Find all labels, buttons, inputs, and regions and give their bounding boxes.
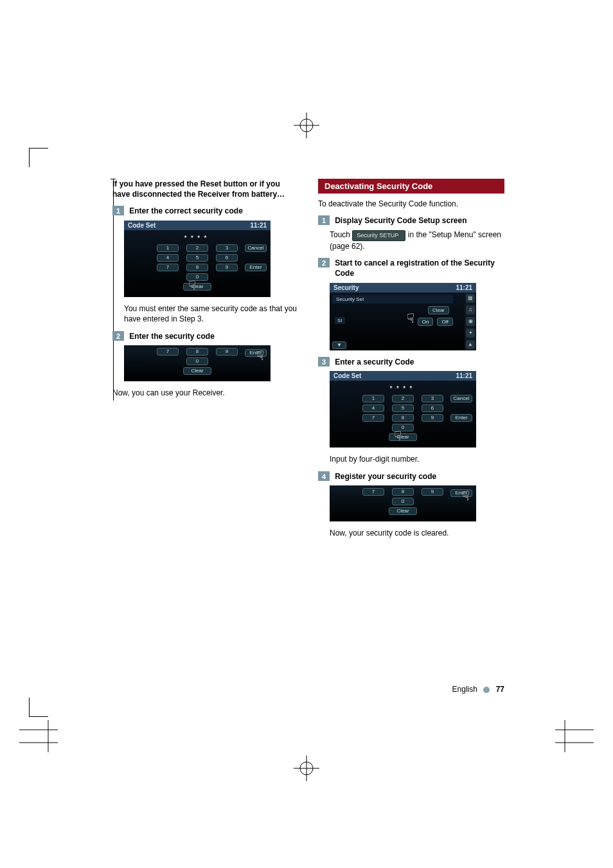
- step-title: Enter a security Code: [335, 357, 414, 367]
- key-9[interactable]: 9: [216, 264, 238, 271]
- sidebar-icon[interactable]: ✦: [466, 329, 475, 338]
- key-5[interactable]: 5: [392, 404, 414, 412]
- step-title: Enter the correct security code: [129, 206, 243, 216]
- footer-bullet-icon: [483, 687, 490, 693]
- key-8[interactable]: 8: [392, 488, 414, 496]
- key-9[interactable]: 9: [216, 348, 238, 356]
- key-9[interactable]: 9: [422, 414, 443, 422]
- step-title: Display Security Code Setup screen: [335, 215, 466, 226]
- screenshot-title: Code Set: [333, 372, 361, 379]
- screenshot-header: Code Set 11:21: [124, 221, 271, 230]
- si-label: SI: [335, 317, 345, 324]
- security-screenshot: Security 11:21 Security Set Clear SI On: [330, 283, 476, 350]
- page-footer: English 77: [0, 685, 504, 694]
- step-number: 4: [318, 471, 330, 481]
- screenshot-title: Code Set: [128, 222, 155, 229]
- registration-mark-top: [294, 113, 319, 140]
- clear-button[interactable]: Clear: [428, 306, 449, 314]
- left-step-1-note: You must enter the same security code as…: [124, 303, 299, 325]
- clear-button[interactable]: Clear: [389, 433, 417, 441]
- registration-mark-bottom: [294, 755, 319, 783]
- code-display: ****: [335, 384, 471, 392]
- key-5[interactable]: 5: [186, 254, 208, 262]
- screenshot-body: **** Cancel Enter 1 2 3 4 5 6: [330, 381, 476, 448]
- code-display: ****: [129, 234, 265, 242]
- enter-button[interactable]: Enter: [450, 489, 472, 497]
- cancel-button[interactable]: Cancel: [245, 244, 267, 252]
- key-7[interactable]: 7: [157, 264, 179, 271]
- step-title: Start to cancel a registration of the Se…: [335, 258, 504, 278]
- key-8[interactable]: 8: [392, 414, 414, 422]
- enter-button[interactable]: Enter: [245, 264, 267, 271]
- key-7[interactable]: 7: [157, 348, 179, 356]
- codeset-partial-screenshot: Enter 7 8 9 0 Clear ☟: [124, 345, 271, 381]
- left-step-2: 2 Enter the security code: [112, 331, 299, 341]
- page: If you have pressed the Reset button or …: [0, 0, 613, 868]
- right-column: Deactivating Security Code To deactivate…: [318, 179, 504, 545]
- left-step-1: 1 Enter the correct security code: [112, 206, 299, 216]
- key-9[interactable]: 9: [422, 488, 443, 496]
- screenshot-time: 11:21: [456, 372, 472, 379]
- step-body-text: Touch: [330, 230, 352, 239]
- left-intro: If you have pressed the Reset button or …: [112, 179, 299, 199]
- screenshot-time: 11:21: [250, 222, 267, 229]
- key-4[interactable]: 4: [362, 404, 384, 412]
- crop-corner-bl: [29, 698, 48, 717]
- cancel-button[interactable]: Cancel: [450, 395, 472, 402]
- key-6[interactable]: 6: [422, 404, 443, 412]
- sidebar-icon[interactable]: ▦: [466, 294, 475, 303]
- key-0[interactable]: 0: [392, 424, 414, 431]
- clear-button[interactable]: Clear: [389, 507, 417, 515]
- key-1[interactable]: 1: [157, 244, 179, 252]
- step-number: 1: [318, 215, 330, 225]
- scroll-bar: ▼: [332, 341, 454, 349]
- key-3[interactable]: 3: [422, 395, 443, 402]
- key-2[interactable]: 2: [186, 244, 208, 252]
- key-7[interactable]: 7: [362, 488, 384, 496]
- clear-button[interactable]: Clear: [183, 367, 211, 375]
- sidebar-up-icon[interactable]: ▲: [466, 340, 475, 349]
- key-0[interactable]: 0: [186, 273, 208, 281]
- footer-language: English: [452, 685, 477, 694]
- on-toggle[interactable]: On: [418, 318, 434, 326]
- key-1[interactable]: 1: [362, 395, 384, 402]
- enter-button[interactable]: Enter: [450, 414, 472, 422]
- key-0[interactable]: 0: [186, 357, 208, 365]
- right-step-3: 3 Enter a security Code: [318, 357, 504, 367]
- off-toggle[interactable]: Off: [437, 318, 453, 326]
- key-0[interactable]: 0: [392, 498, 414, 505]
- crop-mark-right: [555, 720, 594, 754]
- right-step-4: 4 Register your security code: [318, 471, 504, 482]
- sidebar-icon[interactable]: ♫: [466, 305, 475, 314]
- step-number: 3: [318, 357, 330, 366]
- content-columns: If you have pressed the Reset button or …: [112, 179, 504, 545]
- screenshot-time: 11:21: [456, 284, 472, 291]
- right-step-4-note: Now, your security code is cleared.: [330, 528, 504, 539]
- crop-corner-tl: [29, 148, 48, 167]
- step-title: Register your security code: [335, 471, 436, 482]
- key-3[interactable]: 3: [216, 244, 238, 252]
- scroll-down-button[interactable]: ▼: [332, 341, 346, 349]
- sidebar-icon[interactable]: ◉: [466, 317, 475, 326]
- security-setup-inline-button[interactable]: Security SETUP: [352, 230, 405, 241]
- section-heading: Deactivating Security Code: [318, 179, 504, 194]
- key-2[interactable]: 2: [392, 395, 414, 402]
- clear-button[interactable]: Clear: [183, 283, 211, 291]
- right-intro: To deactivate the Security Code function…: [318, 199, 504, 209]
- security-set-label: Security Set: [332, 295, 453, 303]
- screenshot-body: **** Cancel Enter 1 2 3 4 5 6: [124, 230, 271, 297]
- key-4[interactable]: 4: [157, 254, 179, 262]
- step-number: 2: [318, 258, 330, 267]
- screenshot-body: Security Set Clear SI On Off ▦: [330, 293, 476, 350]
- enter-button[interactable]: Enter: [245, 349, 267, 357]
- key-7[interactable]: 7: [362, 414, 384, 422]
- screenshot-header: Security 11:21: [330, 283, 476, 293]
- key-6[interactable]: 6: [216, 254, 238, 262]
- step-number: 1: [112, 206, 124, 215]
- right-step-1: 1 Display Security Code Setup screen: [318, 215, 504, 226]
- footer-page-number: 77: [496, 685, 504, 694]
- key-8[interactable]: 8: [186, 264, 208, 271]
- step-title: Enter the security code: [129, 331, 215, 341]
- key-8[interactable]: 8: [186, 348, 208, 356]
- right-step-2: 2 Start to cancel a registration of the …: [318, 258, 504, 278]
